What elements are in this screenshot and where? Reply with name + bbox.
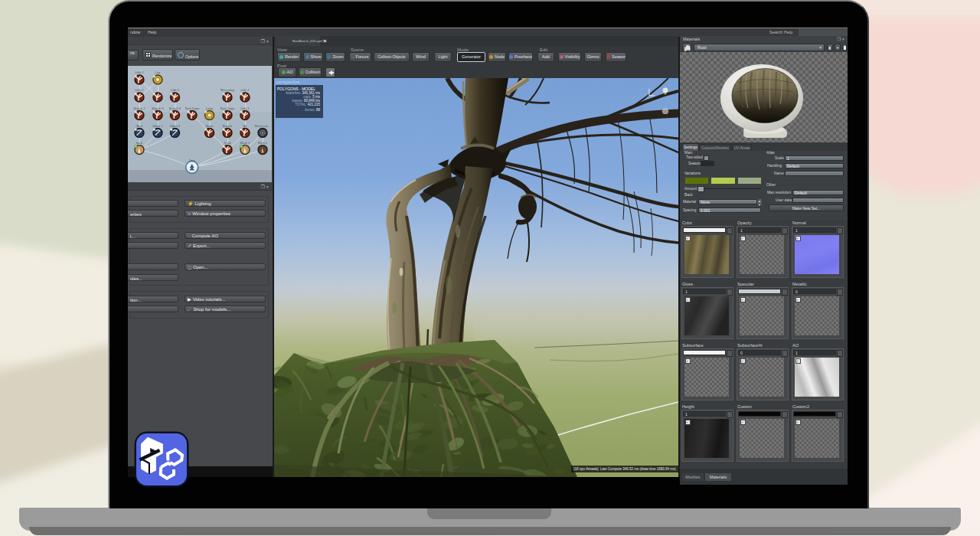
svg-text:Bifurcating: Bifurcating xyxy=(220,89,234,92)
svg-text:Tree: Tree xyxy=(189,159,195,162)
svg-text:Branch 3: Branch 3 xyxy=(152,107,163,110)
svg-text:Branch 4: Branch 4 xyxy=(169,107,181,110)
svg-text:Mesh 2: Mesh 2 xyxy=(258,142,267,145)
svg-text:Glitter 3: Glitter 3 xyxy=(170,125,180,128)
svg-text:Trunk: Trunk xyxy=(224,142,231,145)
svg-text:Root Twigs: Root Twigs xyxy=(185,107,200,110)
svg-text:Branch: Branch xyxy=(223,125,232,128)
svg-text:Glitter 2: Glitter 2 xyxy=(152,125,162,128)
svg-text:Lump: Lump xyxy=(206,107,214,110)
svg-text:Branch 2: Branch 2 xyxy=(133,107,145,110)
svg-text:Little 2: Little 2 xyxy=(240,107,249,110)
svg-text:Little 2: Little 2 xyxy=(240,89,249,92)
svg-text:Root Twigs: Root Twigs xyxy=(220,107,235,110)
svg-text:Little 2: Little 2 xyxy=(171,89,179,92)
svg-text:Mesh 1: Mesh 1 xyxy=(240,142,250,145)
svg-text:Cap: Cap xyxy=(155,71,161,74)
svg-text:Mesh Con...: Mesh Con... xyxy=(255,125,270,128)
svg-text:trunk: trunk xyxy=(136,142,143,145)
svg-text:Glit 4: Glit 4 xyxy=(136,125,143,128)
svg-text:Little 2: Little 2 xyxy=(135,89,143,92)
svg-text:Little 2: Little 2 xyxy=(135,71,143,74)
svg-text:Roots: Roots xyxy=(206,125,214,128)
